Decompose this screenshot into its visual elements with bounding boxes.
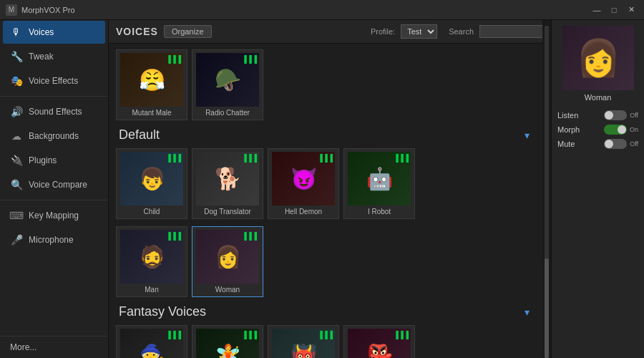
- level-bar: [545, 26, 549, 358]
- search-label: Search: [449, 27, 474, 36]
- morph-toggle[interactable]: [604, 125, 627, 135]
- signal-mutant-male: ▐▐▐: [166, 55, 181, 63]
- search-input[interactable]: [479, 25, 544, 38]
- sidebar-item-voice-effects[interactable]: 🎭 Voice Effects: [3, 69, 105, 92]
- voice-thumb-woman: 👩 ▐▐▐: [196, 230, 259, 284]
- voice-thumb-female-pixie: 🧚 ▐▐▐: [196, 329, 259, 358]
- listen-state: Off: [630, 112, 638, 119]
- sidebar-item-backgrounds[interactable]: ☁ Backgrounds: [3, 125, 105, 147]
- window-controls: — □ ✕: [590, 4, 638, 16]
- voice-card-man[interactable]: 🧔 ▐▐▐ Man: [116, 226, 187, 297]
- sidebar-label-backgrounds: Backgrounds: [29, 131, 79, 141]
- voice-card-i-robot[interactable]: 🤖 ▐▐▐ I Robot: [343, 148, 415, 219]
- organize-button[interactable]: Organize: [164, 25, 212, 38]
- voice-label-woman: Woman: [215, 286, 240, 294]
- signal-radio-chatter: ▐▐▐: [242, 55, 257, 63]
- section-chevron-fantasy[interactable]: ▾: [525, 306, 530, 318]
- sidebar-item-voices[interactable]: 🎙 Voices: [3, 21, 105, 44]
- mute-state: Off: [630, 140, 638, 147]
- voices-scroll[interactable]: 😤 ▐▐▐ Mutant Male 🪖 ▐▐▐ Radio Chatter: [109, 44, 544, 358]
- morph-toggle-knob: [618, 125, 626, 134]
- sidebar-item-key-mapping[interactable]: ⌨ Key Mapping: [3, 204, 105, 227]
- section-title-fantasy: Fantasy Voices: [119, 304, 206, 319]
- voices-area: 😤 ▐▐▐ Mutant Male 🪖 ▐▐▐ Radio Chatter: [109, 44, 551, 358]
- sidebar-label-microphone: Microphone: [29, 235, 74, 245]
- fantasy-voices-grid: 🧙 ▐▐▐ Dwarf 🧚 ▐▐▐ Female Pixie: [116, 325, 537, 358]
- sidebar-item-tweak[interactable]: 🔧 Tweak: [3, 45, 105, 68]
- app-icon: M: [6, 4, 17, 16]
- morph-toggle-wrap: On: [604, 125, 638, 135]
- sidebar-more: More...: [0, 336, 108, 358]
- signal-i-robot: ▐▐▐: [394, 154, 409, 162]
- signal-dog-translator: ▐▐▐: [242, 154, 257, 162]
- sidebar-item-microphone[interactable]: 🎤 Microphone: [3, 228, 105, 251]
- mute-toggle[interactable]: [604, 139, 627, 149]
- preview-name: Woman: [585, 93, 612, 102]
- voice-thumb-man: 🧔 ▐▐▐: [120, 230, 183, 284]
- signal-man: ▐▐▐: [166, 232, 181, 240]
- signal-nasty-gnome: ▐▐▐: [394, 331, 409, 339]
- voice-thumb-mutant-male: 😤 ▐▐▐: [120, 53, 183, 107]
- voice-card-dog-translator[interactable]: 🐕 ▐▐▐ Dog Translator: [192, 148, 263, 219]
- voice-card-nasty-gnome[interactable]: 👺 ▐▐▐ Nasty Gnome: [343, 325, 415, 358]
- voices-icon: 🎙: [10, 26, 23, 39]
- voice-card-giant[interactable]: 👹 ▐▐▐ Giant: [268, 325, 339, 358]
- main-layout: 🎙 Voices 🔧 Tweak 🎭 Voice Effects 🔊 Sound…: [0, 20, 644, 358]
- voice-card-mutant-male[interactable]: 😤 ▐▐▐ Mutant Male: [116, 49, 187, 120]
- close-button[interactable]: ✕: [624, 4, 638, 16]
- voice-card-woman[interactable]: 👩 ▐▐▐ Woman: [192, 226, 263, 297]
- level-fill: [545, 258, 549, 358]
- sidebar-item-more[interactable]: More...: [3, 337, 105, 357]
- profile-select-wrap: Test: [401, 24, 437, 39]
- section-chevron-default[interactable]: ▾: [525, 130, 530, 141]
- voice-card-dwarf[interactable]: 🧙 ▐▐▐ Dwarf: [116, 325, 187, 358]
- default-voices-grid: 👦 ▐▐▐ Child 🐕 ▐▐▐ Dog Translator: [116, 148, 537, 219]
- voice-label-dog-translator: Dog Translator: [204, 208, 251, 216]
- voice-compare-icon: 🔍: [10, 178, 23, 191]
- section-title-default: Default: [119, 127, 160, 142]
- voice-label-man: Man: [145, 286, 158, 294]
- listen-toggle-knob: [605, 111, 613, 120]
- voice-label-hell-demon: Hell Demon: [285, 208, 322, 216]
- title-bar: M MorphVOX Pro — □ ✕: [0, 0, 644, 20]
- profile-label: Profile:: [371, 27, 395, 36]
- voice-card-female-pixie[interactable]: 🧚 ▐▐▐ Female Pixie: [192, 325, 263, 358]
- morph-state: On: [630, 126, 638, 133]
- section-header-default: Default ▾: [119, 127, 537, 142]
- listen-toggle[interactable]: [604, 110, 627, 120]
- voice-label-mutant-male: Mutant Male: [132, 109, 171, 117]
- mute-toggle-wrap: Off: [604, 139, 638, 149]
- listen-toggle-wrap: Off: [604, 110, 638, 120]
- sidebar-label-key-mapping: Key Mapping: [29, 211, 79, 221]
- sidebar-item-plugins[interactable]: 🔌 Plugins: [3, 149, 105, 172]
- voices-title: VOICES: [116, 26, 158, 37]
- sidebar-item-sound-effects[interactable]: 🔊 Sound Effects: [3, 100, 105, 123]
- sidebar-label-voices: Voices: [29, 27, 54, 37]
- maximize-button[interactable]: □: [607, 4, 621, 16]
- voice-label-i-robot: I Robot: [368, 208, 391, 216]
- sound-effects-icon: 🔊: [10, 105, 23, 118]
- right-panel: 👩 Woman Listen Off Morph On: [551, 20, 644, 358]
- morph-control-row: Morph On: [557, 125, 638, 135]
- voice-thumb-radio-chatter: 🪖 ▐▐▐: [196, 53, 259, 107]
- voice-thumb-dwarf: 🧙 ▐▐▐: [120, 329, 183, 358]
- signal-female-pixie: ▐▐▐: [242, 331, 257, 339]
- voice-thumb-giant: 👹 ▐▐▐: [272, 329, 335, 358]
- tweak-icon: 🔧: [10, 50, 23, 63]
- preview-avatar-image: 👩: [562, 26, 634, 90]
- signal-woman: ▐▐▐: [242, 232, 257, 240]
- voice-card-hell-demon[interactable]: 😈 ▐▐▐ Hell Demon: [268, 148, 339, 219]
- more-label: More...: [10, 342, 36, 352]
- sidebar-label-plugins: Plugins: [29, 155, 57, 165]
- sidebar-item-voice-compare[interactable]: 🔍 Voice Compare: [3, 173, 105, 196]
- signal-dwarf: ▐▐▐: [166, 331, 181, 339]
- mute-control-row: Mute Off: [557, 139, 638, 149]
- profile-select[interactable]: Test: [401, 24, 437, 39]
- sidebar-label-sound-effects: Sound Effects: [29, 107, 82, 117]
- voice-thumb-child: 👦 ▐▐▐: [120, 152, 183, 205]
- voice-card-radio-chatter[interactable]: 🪖 ▐▐▐ Radio Chatter: [192, 49, 263, 120]
- minimize-button[interactable]: —: [590, 4, 604, 16]
- plugins-icon: 🔌: [10, 154, 23, 167]
- title-text: MorphVOX Pro: [21, 6, 75, 14]
- voice-card-child[interactable]: 👦 ▐▐▐ Child: [116, 148, 187, 219]
